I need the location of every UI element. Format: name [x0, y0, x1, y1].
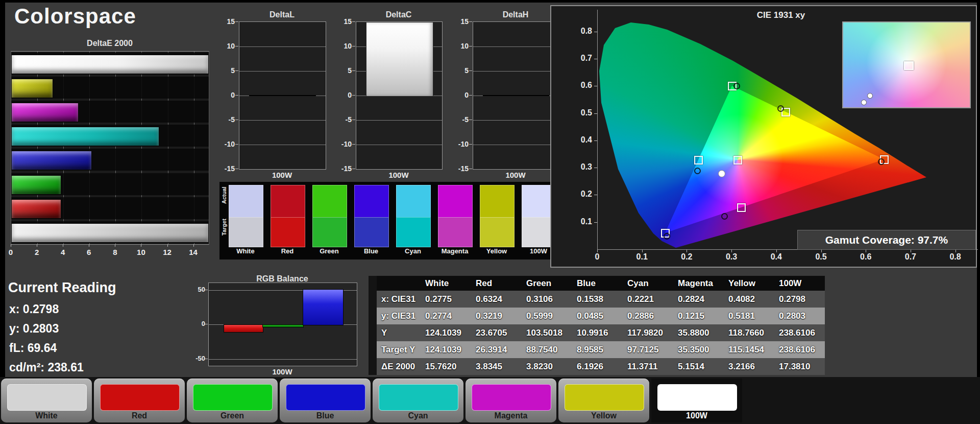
y-tick-label: 0: [334, 91, 352, 99]
gridline: [356, 120, 442, 121]
target-swatch-magenta: [438, 217, 473, 247]
tick: [594, 140, 597, 141]
white-measured-dot: [867, 93, 873, 99]
magenta-target-marker: [737, 203, 746, 212]
swatch-column-label: Red: [267, 247, 308, 255]
y-tick-label: 0.1: [556, 217, 592, 226]
y-tick-label: -5: [451, 115, 469, 124]
pattern-button-cyan[interactable]: Cyan: [373, 379, 463, 422]
y-tick-label: -5: [217, 115, 235, 124]
y-tick-label: 0: [451, 91, 469, 99]
target-swatch-yellow: [480, 217, 514, 247]
zero-value-bar: [483, 95, 549, 96]
pattern-button-label: 100W: [651, 411, 742, 420]
x-tick-label: 0.1: [636, 252, 648, 262]
deltae-bar-white: [11, 55, 209, 74]
table-cell: 3.8230: [522, 358, 572, 375]
pattern-swatch-cyan: [379, 384, 458, 411]
cyan-measured-marker: [694, 168, 701, 174]
tick: [469, 21, 472, 22]
x-label: 100W: [356, 171, 442, 179]
tick: [352, 21, 355, 22]
swatch-column-label: Blue: [351, 247, 391, 255]
y-tick-label: 50: [183, 286, 205, 293]
y-tick-label: -15: [451, 164, 469, 173]
gridline: [239, 145, 326, 145]
tick: [352, 120, 355, 120]
table-cell: 0.3106: [522, 291, 572, 308]
target-swatch-blue: [354, 217, 389, 247]
gridline: [239, 120, 326, 121]
pattern-button-white[interactable]: White: [1, 379, 92, 422]
gridline: [473, 145, 559, 145]
deltaC-title: DeltaC: [340, 10, 457, 19]
pattern-button-blue[interactable]: Blue: [280, 379, 371, 422]
actual-target-swatchboard: ActualTargetWhiteRedGreenBlueCyanMagenta…: [219, 182, 568, 260]
tick: [352, 144, 355, 145]
table-cell: White: [421, 276, 471, 291]
tick: [235, 70, 238, 71]
tick: [235, 95, 238, 96]
table-cell: Green: [522, 276, 572, 291]
table-cell: 3.8345: [471, 358, 522, 375]
deltae-2000-chart: [11, 51, 209, 245]
page-title: Colorspace: [14, 4, 136, 29]
y-tick-label: -15: [217, 164, 235, 173]
pattern-button-100w[interactable]: 100W: [651, 379, 742, 422]
table-cell: 103.5018: [522, 324, 572, 341]
table-cell: 118.7660: [724, 324, 774, 341]
y-tick-label: -5: [334, 115, 352, 124]
table-cell: 23.6705: [471, 324, 522, 341]
x-tick-label: 0: [595, 252, 600, 262]
swatch-column-label: Cyan: [393, 247, 433, 255]
y-tick-label: 5: [451, 66, 469, 75]
tick: [594, 32, 597, 32]
y-tick-label: 0.2: [556, 190, 592, 199]
row-edge: [369, 308, 377, 324]
pattern-swatch-green: [193, 384, 273, 411]
y-tick-label: 10: [451, 42, 469, 50]
actual-swatch-green: [312, 185, 347, 218]
table-cell: 0.2774: [421, 308, 471, 324]
deltaL-title: DeltaL: [224, 10, 340, 19]
swatch-column-label: White: [225, 247, 266, 255]
y-tick-label: -10: [334, 140, 352, 148]
y-tick-label: 5: [217, 66, 235, 75]
table-row: y: CIE310.27740.32190.59990.04850.28860.…: [369, 308, 825, 324]
x-tick-label: 0.8: [949, 252, 961, 262]
tick: [594, 168, 597, 168]
tick: [594, 195, 597, 195]
pattern-button-magenta[interactable]: Magenta: [465, 379, 556, 422]
y-tick-label: 15: [451, 17, 469, 26]
table-row: ΔE 200015.76203.83453.82306.192611.37115…: [369, 358, 825, 375]
table-cell: 0.3219: [471, 308, 522, 324]
x-tick-label: 0.2: [681, 252, 692, 262]
gridline: [239, 71, 326, 72]
table-cell: 0.2803: [774, 308, 825, 324]
tick: [469, 70, 472, 71]
pattern-bar: WhiteRedGreenBlueCyanMagentaYellow100W ▲…: [0, 377, 980, 424]
y-tick-label: 10: [217, 42, 235, 50]
tick: [205, 290, 208, 290]
current-reading-title: Current Reading: [8, 280, 116, 296]
table-cell: 35.3500: [673, 341, 724, 358]
pattern-swatch-magenta: [472, 384, 551, 411]
pattern-button-green[interactable]: Green: [187, 379, 278, 422]
pattern-button-red[interactable]: Red: [94, 379, 185, 422]
deltae-bar-blue: [11, 151, 92, 170]
pattern-swatch-blue: [286, 384, 365, 411]
table-cell: 0.2775: [421, 291, 471, 308]
pattern-button-yellow[interactable]: Yellow: [558, 379, 649, 422]
actual-swatch-red: [271, 185, 305, 218]
y-tick-label: 15: [217, 17, 235, 26]
table-cell: Cyan: [623, 276, 673, 291]
y-tick-label: 0.3: [556, 162, 592, 172]
table-cell: Yellow: [724, 276, 774, 291]
swatch-column-label: Yellow: [476, 247, 517, 255]
target-swatch-white: [229, 217, 263, 247]
x-tick-label: 0: [9, 248, 13, 256]
tick: [594, 222, 597, 223]
x-tick-label: 4: [61, 248, 65, 256]
gamut-coverage-label: Gamut Coverage: 97.7%: [797, 230, 976, 250]
deltae-bar-yellow: [11, 79, 53, 98]
